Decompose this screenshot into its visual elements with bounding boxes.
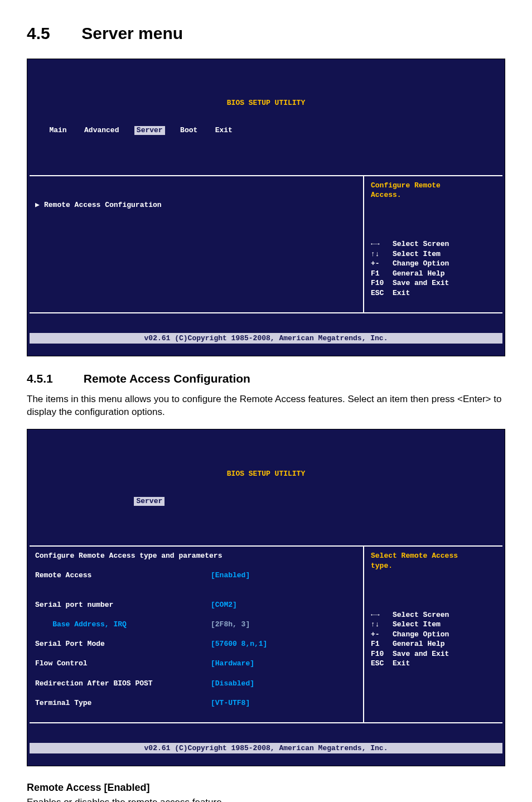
setting-label: Base Address, IRQ xyxy=(35,620,211,630)
bios-left-pane: ▶Remote Access Configuration xyxy=(30,175,364,313)
setting-label: Serial port number xyxy=(35,600,211,610)
setting-value: [57600 8,n,1] xyxy=(211,639,267,649)
tab-exit[interactable]: Exit xyxy=(213,126,235,135)
setting-row[interactable]: Terminal Type[VT-UTF8] xyxy=(35,698,357,708)
help-text: Configure Remote Access. xyxy=(371,181,441,200)
bios-copyright: v02.61 (C)Copyright 1985-2008, American … xyxy=(30,743,502,754)
bios-right-pane: Configure Remote Access. ←→ Select Scree… xyxy=(364,175,502,313)
setting-value: [2F8h, 3] xyxy=(211,620,250,630)
tab-advanced[interactable]: Advanced xyxy=(82,126,121,135)
setting-value: [Hardware] xyxy=(211,659,254,669)
bios-header: BIOS SETUP UTILITY Server xyxy=(27,449,505,526)
bios-screenshot-remote-access: BIOS SETUP UTILITY Server Configure Remo… xyxy=(27,429,505,766)
subsection-description: The items in this menu allows you to con… xyxy=(27,393,505,419)
tab-server[interactable]: Server xyxy=(134,126,165,135)
setting-row[interactable]: Flow Control[Hardware] xyxy=(35,659,357,669)
setting-row[interactable]: Serial port number[COM2] xyxy=(35,600,357,610)
setting-value: [VT-UTF8] xyxy=(211,698,250,708)
setting-label: Redirection After BIOS POST xyxy=(35,679,211,689)
subsection-title: Remote Access Configuration xyxy=(84,372,250,385)
submenu-arrow-icon: ▶ xyxy=(35,200,44,210)
bios-body: ▶Remote Access Configuration Configure R… xyxy=(27,175,505,316)
option-description: Enables or disables the remote access fe… xyxy=(27,796,505,802)
bios-tabs: Main Advanced Server Boot Exit xyxy=(34,126,498,135)
setting-row-readonly: Base Address, IRQ[2F8h, 3] xyxy=(35,620,357,630)
bios-body: Configure Remote Access type and paramet… xyxy=(27,545,505,725)
bios-left-pane: Configure Remote Access type and paramet… xyxy=(30,545,364,723)
setting-label: Serial Port Mode xyxy=(35,639,211,649)
section-title-text: Server menu xyxy=(81,24,183,42)
setting-value: [Disabled] xyxy=(211,679,254,689)
menu-item-label: Remote Access Configuration xyxy=(44,201,162,209)
tab-boot[interactable]: Boot xyxy=(178,126,200,135)
bios-right-pane: Select Remote Access type. ←→ Select Scr… xyxy=(364,545,502,723)
section-heading: 4.5 Server menu xyxy=(27,22,505,45)
bios-copyright: v02.61 (C)Copyright 1985-2008, American … xyxy=(30,333,502,344)
bios-screenshot-server-menu: BIOS SETUP UTILITY Main Advanced Server … xyxy=(27,59,505,356)
bios-tabs: Server xyxy=(34,497,498,506)
bios-title: BIOS SETUP UTILITY xyxy=(34,99,498,108)
setting-value: [COM2] xyxy=(211,600,237,610)
setting-label: Flow Control xyxy=(35,659,211,669)
section-number: 4.5 xyxy=(27,22,77,45)
option-heading: Remote Access [Enabled] xyxy=(27,781,505,794)
help-text: Select Remote Access type. xyxy=(371,552,458,570)
tab-main[interactable]: Main xyxy=(47,126,69,135)
bios-title: BIOS SETUP UTILITY xyxy=(34,470,498,479)
setting-row[interactable]: Serial Port Mode[57600 8,n,1] xyxy=(35,639,357,649)
menu-item-remote-access-config[interactable]: ▶Remote Access Configuration xyxy=(35,190,357,210)
setting-label: Terminal Type xyxy=(35,698,211,708)
bios-header: BIOS SETUP UTILITY Main Advanced Server … xyxy=(27,79,505,156)
subsection-number: 4.5.1 xyxy=(27,371,80,386)
tab-server[interactable]: Server xyxy=(134,497,165,506)
key-legend: ←→ Select Screen ↑↓ Select Item +- Chang… xyxy=(371,240,449,297)
key-legend: ←→ Select Screen ↑↓ Select Item +- Chang… xyxy=(371,611,449,668)
setting-row[interactable]: Remote Access[Enabled] xyxy=(35,571,357,581)
subsection-heading: 4.5.1 Remote Access Configuration xyxy=(27,371,505,386)
pane-heading: Configure Remote Access type and paramet… xyxy=(35,552,222,560)
setting-label: Remote Access xyxy=(35,571,211,581)
setting-row[interactable]: Redirection After BIOS POST[Disabled] xyxy=(35,679,357,689)
setting-value: [Enabled] xyxy=(211,571,250,581)
